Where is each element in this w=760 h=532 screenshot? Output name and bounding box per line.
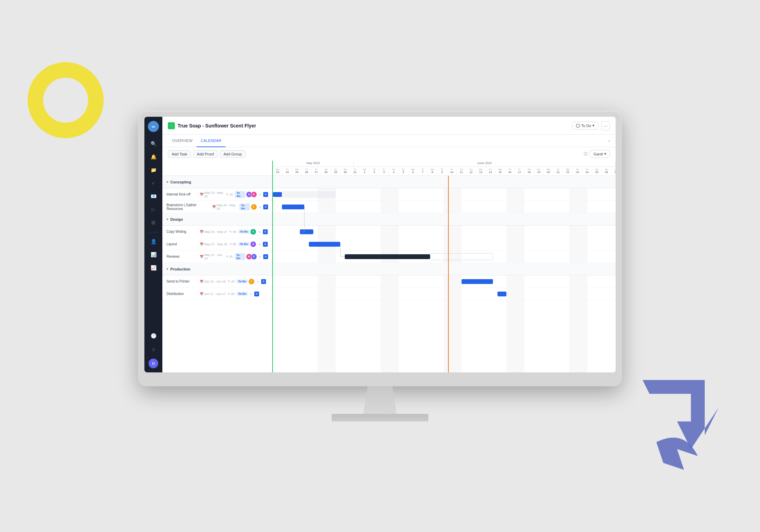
sidebar-item-proofs[interactable]: ▷ [147,203,160,216]
tab-collapse-button[interactable]: ‹ [609,139,610,143]
task-name: Distribution [167,292,198,296]
task-avatars: B E [247,254,257,260]
task-add-button[interactable]: + [258,230,260,234]
add-group-button[interactable]: Add Group [220,150,246,158]
group-row-production[interactable]: ▾ Production [162,263,272,275]
date-day-cell: Tu14 [486,167,495,175]
sidebar-logo[interactable]: ∞ [148,121,159,132]
task-row-layout[interactable]: Layout 📅 May 27 - May 30 ✎ 8h To Do A + … [162,238,272,250]
gantt-bar[interactable] [345,254,430,259]
gantt-view-button[interactable]: Gantt ▾ [590,150,610,158]
task-link-icon[interactable]: ⊞ [263,242,268,247]
bg-circle-decoration [28,62,104,138]
task-add-button[interactable]: + [257,279,259,284]
date-day-cell: Th16 [505,167,515,175]
sidebar-item-search[interactable]: 🔍 [147,137,160,150]
sidebar-item-analytics[interactable]: 📈 [147,262,160,274]
sidebar-item-notifications[interactable]: 🔔 [147,151,160,163]
gantt-row [273,238,616,250]
task-hours: ✎ 1h [226,193,233,196]
date-header: May 2022June 2022Mo23Tu24We25Th26Fr27Sa2… [273,161,616,176]
task-row-send-to-printer[interactable]: Send to Printer 📅 Jun 13 - Jun 16 ✎ 2h T… [162,275,272,288]
task-row-distribution[interactable]: Distribution 📅 Jun 17 - Jun 17 ✎ 6h To D… [162,288,272,300]
gantt-bar[interactable] [282,205,304,209]
date-day-cell: Mo30 [341,167,350,175]
gantt-bar[interactable] [497,292,506,296]
task-add-button[interactable]: + [258,242,260,246]
date-day-cell: We15 [495,167,505,175]
task-date: 📅 May 23 - May 23 [200,191,224,198]
gantt-rows-area [273,176,616,372]
date-day-cell: Su12 [466,167,476,175]
sidebar-item-tasks[interactable]: ✓ [147,177,160,189]
task-row-copy-writing[interactable]: Copy Writing 📅 May 26 - May 27 ✎ 4h To D… [162,226,272,238]
task-add-button[interactable]: + [259,205,261,209]
sidebar-user-avatar[interactable]: U [149,359,158,368]
sidebar-divider [148,232,159,232]
task-add-button[interactable]: + [259,255,261,259]
task-link-icon[interactable]: ⊞ [261,279,266,284]
avatar: C [251,204,257,210]
avatar: B [251,191,257,198]
group-row-concepting[interactable]: ▾ Concepting [162,176,272,188]
task-status-badge: To Do [235,253,245,260]
tab-overview[interactable]: OVERVIEW [168,135,197,147]
task-link-icon[interactable]: ⊞ [263,192,268,197]
task-hours: ✎ 6h [228,292,235,296]
date-day-cell: Mo23 [273,167,283,175]
gantt-bar[interactable] [300,229,313,234]
more-button[interactable]: ··· [601,121,610,130]
group-row-design[interactable]: ▾ Design [162,213,272,226]
sidebar-item-help[interactable]: ? [147,344,160,357]
date-day-cell: We1 [360,167,370,175]
group-name-production: Production [170,267,190,271]
sidebar-bottom: 🕐 ? U [147,330,160,368]
sidebar-item-boards[interactable]: ⊞ [147,216,160,229]
task-link-icon[interactable]: ⊞ [263,205,268,209]
date-day-cell: Th2 [370,167,379,175]
date-day-cell: Tu21 [553,167,563,175]
status-button[interactable]: To Do ▾ [572,122,599,130]
task-hours: ✎ 8h [229,243,236,246]
gantt-row [273,188,616,201]
gantt-chart: May 2022June 2022Mo23Tu24We25Th26Fr27Sa2… [273,161,616,372]
group-name-concepting: Concepting [170,180,191,184]
task-name: Internal Kick-off [167,192,198,196]
page-header: □ True Soap - Sunflower Scent Flyer To D… [162,117,616,135]
task-add-button[interactable]: + [250,292,252,296]
sidebar-item-inbox[interactable]: 📧 [147,190,160,202]
task-status-badge: To Do [238,242,249,246]
task-link-icon[interactable]: ⊞ [254,292,259,296]
gantt-bg-range [282,191,336,198]
gantt-row [273,176,616,188]
task-link-icon[interactable]: ⊞ [263,229,268,234]
sidebar-item-time[interactable]: 🕐 [147,330,160,342]
task-name: Layout [167,242,198,246]
task-row-brainstorm[interactable]: Brainstorm | Gather Resources 📅 May 24 -… [162,201,272,213]
date-day-cell: Fr24 [582,167,592,175]
date-day-cell: Mo6 [408,167,418,175]
add-task-button[interactable]: Add Task [168,150,191,158]
add-proof-button[interactable]: Add Proof [193,150,218,158]
date-day-cell: Su29 [331,167,341,175]
tab-calendar[interactable]: CALENDAR [197,135,226,147]
sidebar-item-people[interactable]: 👤 [147,235,160,248]
gantt-bar[interactable] [309,242,340,247]
task-hours: ✎ 4h [229,230,236,234]
task-name: Reviews [167,255,198,258]
avatar: C [248,278,255,285]
task-row-reviews[interactable]: Reviews 📅 May 31 - Jun 10 ✎ 2h To Do B E… [162,250,272,263]
sidebar-item-projects[interactable]: 📁 [147,164,160,176]
task-hours: ✎ 2h [226,255,233,258]
date-day-cell: We22 [563,167,573,175]
gantt-bar[interactable] [273,192,282,197]
date-day-cell: Tu31 [350,167,360,175]
sidebar-item-reports[interactable]: 📊 [147,248,160,261]
gantt-row [273,250,616,263]
task-link-icon[interactable]: ⊞ [263,254,268,259]
task-row-internal-kickoff[interactable]: Internal Kick-off 📅 May 23 - May 23 ✎ 1h… [162,188,272,201]
date-day-cell: Fr17 [515,167,524,175]
gantt-bar[interactable] [462,279,493,284]
task-add-button[interactable]: + [259,192,261,197]
tabs-bar: OVERVIEW CALENDAR ‹ [162,135,616,147]
